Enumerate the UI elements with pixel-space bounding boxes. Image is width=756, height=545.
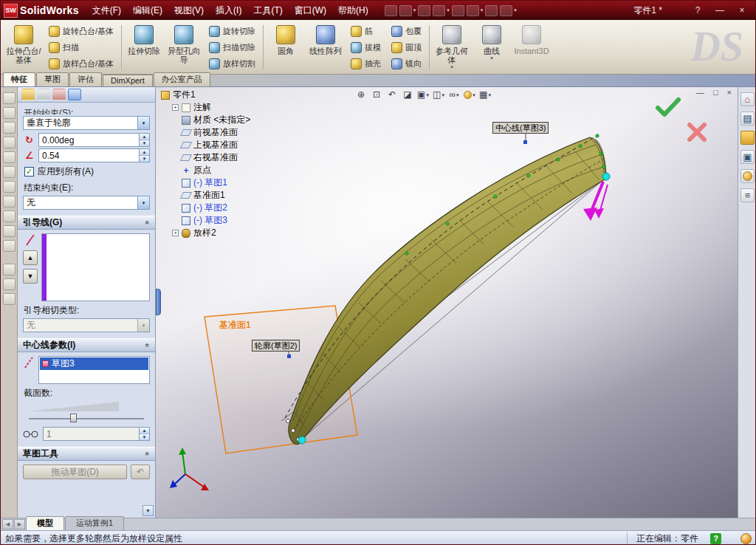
configuration-manager-tab-icon[interactable] bbox=[52, 89, 66, 100]
curves-dropdown-icon[interactable]: ▾ bbox=[490, 55, 493, 61]
left-toolbar-icon-6[interactable] bbox=[3, 166, 16, 178]
doc-close-button[interactable]: × bbox=[727, 88, 732, 97]
sweep-button[interactable]: 扫描 bbox=[45, 40, 117, 55]
design-library-icon[interactable]: ▤ bbox=[740, 112, 755, 126]
extruded-cut-button[interactable]: 拉伸切除 bbox=[124, 21, 164, 73]
left-toolbar-icon-9[interactable] bbox=[3, 210, 16, 222]
end-constraint-select[interactable]: 无 ▾ bbox=[23, 196, 150, 210]
apply-scene-icon[interactable]: ▦▾ bbox=[478, 88, 492, 102]
dimxpert-manager-tab-icon[interactable] bbox=[68, 89, 81, 100]
move-guide-up-button[interactable]: ▲ bbox=[23, 250, 38, 265]
file-explorer-icon[interactable] bbox=[740, 131, 755, 145]
chevron-down-icon[interactable]: ▾ bbox=[456, 92, 459, 97]
left-toolbar-icon-3[interactable] bbox=[3, 122, 16, 134]
rib-button[interactable]: 筋 bbox=[347, 24, 385, 38]
hide-show-items-icon[interactable]: ∞▾ bbox=[447, 88, 461, 102]
angle-input[interactable]: 0.00deg ▲▼ bbox=[38, 133, 150, 147]
chevron-down-icon[interactable]: ▾ bbox=[426, 92, 429, 97]
left-toolbar-icon-10[interactable] bbox=[3, 225, 16, 237]
apply-to-all-checkbox[interactable]: ✓ bbox=[24, 167, 34, 176]
menu-edit[interactable]: 编辑(E) bbox=[127, 1, 168, 20]
spin-up-icon[interactable]: ▲ bbox=[140, 149, 149, 156]
graphics-viewport[interactable]: 零件1 + 注解 材质 <未指定> 前视基准面 上视基准面 bbox=[156, 87, 738, 518]
chevron-down-icon[interactable]: ▾ bbox=[137, 196, 149, 209]
tree-item-sketch3[interactable]: (-) 草图3 bbox=[161, 214, 272, 227]
centerline-callout[interactable]: 中心线(草图3) bbox=[492, 122, 549, 134]
tab-model[interactable]: 模型 bbox=[26, 516, 64, 530]
feature-manager-tab-icon[interactable] bbox=[21, 89, 35, 100]
rebuild-icon[interactable] bbox=[485, 5, 498, 16]
tab-scroll-right-button[interactable]: ▶ bbox=[14, 519, 25, 529]
instant3d-button[interactable]: Instant3D bbox=[512, 21, 551, 73]
undo-icon[interactable] bbox=[452, 5, 464, 16]
chevron-down-icon[interactable]: ▾ bbox=[441, 92, 444, 97]
tab-motion-study-1[interactable]: 运动算例1 bbox=[65, 516, 124, 530]
tree-item-right-plane[interactable]: 右视基准面 bbox=[161, 151, 272, 164]
menu-file[interactable]: 文件(F) bbox=[86, 1, 127, 20]
menu-help[interactable]: 帮助(H) bbox=[332, 1, 374, 20]
centerline-listbox[interactable]: 草图3 bbox=[38, 356, 150, 384]
section-count-slider[interactable] bbox=[29, 413, 144, 424]
revolved-cut-button[interactable]: 旋转切除 bbox=[205, 24, 259, 38]
sketch-tools-group-header[interactable]: 草图工具 « bbox=[18, 447, 155, 461]
tree-item-sketch1[interactable]: (-) 草图1 bbox=[161, 176, 272, 189]
tree-item-annotations[interactable]: + 注解 bbox=[161, 101, 272, 114]
centerline-selected-item[interactable]: 草图3 bbox=[40, 357, 148, 370]
loft-preview-body[interactable] bbox=[289, 137, 606, 445]
menu-tools[interactable]: 工具(T) bbox=[247, 1, 288, 20]
previous-view-icon[interactable]: ↶ bbox=[385, 88, 399, 102]
left-toolbar-icon-13[interactable] bbox=[3, 278, 16, 290]
spin-up-icon[interactable]: ▲ bbox=[140, 134, 149, 140]
custom-properties-icon[interactable]: ≡ bbox=[740, 188, 755, 202]
tree-item-material[interactable]: 材质 <未指定> bbox=[161, 114, 272, 126]
profile-callout[interactable]: 轮廓(草图2) bbox=[252, 340, 300, 352]
doc-minimize-button[interactable]: — bbox=[696, 88, 704, 97]
tree-root[interactable]: 零件1 bbox=[161, 89, 272, 101]
panel-splitter-handle[interactable] bbox=[156, 289, 161, 315]
new-document-icon[interactable] bbox=[385, 5, 397, 16]
left-toolbar-icon-1[interactable] bbox=[3, 92, 16, 104]
spin-down-icon[interactable]: ▼ bbox=[140, 434, 149, 440]
open-icon[interactable] bbox=[399, 5, 412, 16]
section-view-icon[interactable]: ◪ bbox=[400, 88, 415, 102]
view-orientation-icon[interactable]: ▣▾ bbox=[416, 88, 430, 102]
guide-lines-listbox[interactable] bbox=[41, 233, 150, 301]
confirm-cancel-button[interactable] bbox=[687, 122, 707, 145]
guide-tangency-select[interactable]: 无 ▾ bbox=[23, 318, 150, 332]
eyeglasses-icon[interactable] bbox=[23, 430, 39, 439]
mirror-button[interactable]: 镜向 bbox=[388, 56, 425, 71]
left-toolbar-icon-11[interactable] bbox=[3, 240, 16, 252]
section-count-spinner[interactable]: ▲▼ bbox=[139, 428, 149, 440]
minimize-button[interactable]: — bbox=[714, 5, 726, 16]
select-dropdown-icon[interactable]: ▾ bbox=[481, 7, 484, 13]
lofted-boss-button[interactable]: 放样凸台/基体 bbox=[45, 56, 117, 71]
close-button[interactable]: × bbox=[736, 5, 748, 16]
angle-spinner[interactable]: ▲▼ bbox=[139, 134, 149, 146]
left-toolbar-icon-8[interactable] bbox=[3, 196, 16, 208]
expand-toggle[interactable]: + bbox=[172, 104, 179, 111]
options-icon[interactable] bbox=[500, 5, 512, 16]
tree-item-origin[interactable]: 原点 bbox=[161, 164, 272, 176]
tangent-length-spinner[interactable]: ▲▼ bbox=[139, 149, 149, 162]
zoom-fit-icon[interactable]: ⊕ bbox=[354, 88, 368, 102]
open-dropdown-icon[interactable]: ▾ bbox=[413, 7, 416, 13]
chevron-down-icon[interactable]: ▾ bbox=[488, 92, 491, 97]
left-toolbar-icon-12[interactable] bbox=[3, 264, 16, 275]
slider-track[interactable] bbox=[29, 418, 144, 419]
display-style-icon[interactable]: ◫▾ bbox=[431, 88, 446, 102]
solidworks-resources-icon[interactable]: ⌂ bbox=[740, 92, 755, 106]
menu-insert[interactable]: 插入(I) bbox=[210, 1, 247, 20]
print-dropdown-icon[interactable]: ▾ bbox=[447, 7, 450, 13]
tree-item-front-plane[interactable]: 前视基准面 bbox=[161, 126, 272, 139]
tree-item-top-plane[interactable]: 上视基准面 bbox=[161, 139, 272, 151]
shell-button[interactable]: 抽壳 bbox=[347, 56, 385, 71]
collapse-chevron-icon[interactable]: « bbox=[144, 221, 152, 225]
wrap-button[interactable]: 包覆 bbox=[388, 24, 425, 38]
appearances-scenes-icon[interactable] bbox=[740, 169, 755, 183]
spin-down-icon[interactable]: ▼ bbox=[140, 156, 149, 162]
slider-handle[interactable] bbox=[70, 414, 77, 422]
guide-lines-group-header[interactable]: 引导线(G) « bbox=[18, 216, 155, 230]
lofted-cut-button[interactable]: 放样切割 bbox=[205, 56, 259, 71]
tab-office-products[interactable]: 办公室产品 bbox=[154, 72, 210, 86]
start-constraint-select[interactable]: 垂直于轮廓 ▾ bbox=[23, 116, 150, 130]
